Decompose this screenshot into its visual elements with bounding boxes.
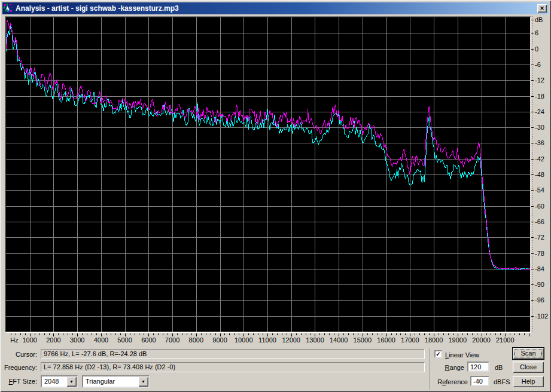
svg-text:0: 0	[535, 45, 538, 53]
reference-label: Reference	[433, 378, 468, 385]
svg-text:-6: -6	[535, 61, 541, 68]
scan-button[interactable]: Scan	[512, 347, 544, 360]
svg-text:-48: -48	[535, 171, 544, 178]
svg-text:21000: 21000	[496, 336, 515, 344]
svg-text:8000: 8000	[189, 336, 203, 344]
svg-text:dB: dB	[535, 16, 543, 23]
app-icon	[4, 4, 13, 13]
svg-text:-96: -96	[535, 296, 544, 304]
svg-text:-30: -30	[535, 124, 544, 131]
svg-text:3000: 3000	[70, 336, 84, 344]
svg-text:-90: -90	[535, 281, 544, 288]
svg-text:-60: -60	[535, 203, 544, 210]
linear-view-checkbox[interactable]: ✓	[434, 350, 442, 358]
svg-text:9000: 9000	[212, 336, 227, 344]
close-button[interactable]: Close	[513, 362, 544, 373]
svg-text:-84: -84	[535, 265, 544, 272]
svg-text:7000: 7000	[165, 336, 179, 344]
svg-text:-12: -12	[535, 76, 544, 84]
svg-text:-72: -72	[535, 234, 544, 241]
close-icon: ✕	[540, 6, 544, 11]
svg-text:19000: 19000	[449, 336, 467, 344]
svg-text:-24: -24	[535, 108, 544, 115]
range-unit-label: dB	[495, 364, 503, 371]
svg-text:11000: 11000	[258, 336, 276, 344]
frequency-label: Frequency:	[0, 364, 37, 371]
svg-text:-18: -18	[535, 93, 544, 100]
fft-window-dropdown-button[interactable]: ▼	[138, 376, 148, 387]
spectrum-plot[interactable]	[5, 17, 531, 332]
spectrum-chart[interactable]	[6, 17, 530, 332]
title-bar[interactable]: Analysis - artist - sigi schwab -kassens…	[2, 2, 549, 14]
fft-size-value: 2048	[44, 378, 59, 385]
fft-window-select[interactable]: Triangular ▼	[82, 375, 150, 388]
svg-text:1000: 1000	[22, 336, 36, 344]
check-icon: ✓	[436, 351, 440, 357]
fft-size-select[interactable]: 2048 ▼	[41, 375, 78, 388]
svg-text:-42: -42	[535, 155, 544, 163]
svg-text:17000: 17000	[401, 336, 419, 344]
fft-window-value: Triangular	[86, 378, 115, 385]
chevron-down-icon: ▼	[69, 379, 74, 384]
separator	[429, 348, 430, 390]
svg-text:6: 6	[535, 29, 538, 36]
cursor-readout: 9766 Hz, L= -27.6 dB, R=-24.28 dB	[41, 349, 425, 359]
svg-text:-102: -102	[535, 313, 548, 320]
svg-text:-66: -66	[535, 218, 544, 225]
svg-text:12000: 12000	[282, 336, 300, 344]
svg-text:18000: 18000	[425, 336, 443, 344]
svg-text:15000: 15000	[354, 336, 372, 344]
analysis-window: Analysis - artist - sigi schwab -kassens…	[0, 0, 551, 392]
x-axis: Hz10002000300040005000600070008000900010…	[5, 333, 531, 344]
reference-input[interactable]	[470, 376, 489, 386]
chevron-down-icon: ▼	[141, 379, 145, 384]
range-input[interactable]	[467, 362, 489, 372]
fft-size-label: FFT Size:	[0, 378, 37, 385]
svg-text:13000: 13000	[306, 336, 324, 344]
svg-text:14000: 14000	[330, 336, 348, 344]
linear-view-label: Linear View	[445, 351, 479, 359]
cursor-label: Cursor:	[0, 351, 37, 358]
svg-text:10000: 10000	[235, 336, 253, 344]
reference-unit-label: dBFS	[494, 378, 510, 385]
focus-rect	[515, 350, 542, 357]
svg-text:5000: 5000	[117, 336, 132, 344]
svg-text:-78: -78	[535, 250, 544, 257]
fft-size-dropdown-button[interactable]: ▼	[66, 376, 77, 387]
svg-text:-36: -36	[535, 139, 544, 146]
range-label: Range	[443, 364, 464, 371]
svg-text:Hz: Hz	[10, 336, 18, 344]
svg-text:2000: 2000	[46, 336, 60, 344]
svg-text:-54: -54	[535, 186, 544, 194]
y-axis: dB60-6-12-18-24-30-36-42-48-54-60-66-72-…	[531, 16, 551, 333]
svg-text:6000: 6000	[141, 336, 156, 344]
window-title: Analysis - artist - sigi schwab -kassens…	[16, 4, 537, 13]
help-button[interactable]: Help	[513, 376, 544, 387]
svg-text:16000: 16000	[377, 336, 395, 344]
frequency-readout: L= 72.858 Hz (D2 -13), R= 73.408 Hz (D2 …	[41, 362, 425, 372]
close-window-button[interactable]: ✕	[537, 4, 547, 13]
svg-text:20000: 20000	[472, 336, 491, 344]
spectrum-plot-frame	[5, 16, 531, 333]
svg-text:4000: 4000	[94, 336, 108, 344]
